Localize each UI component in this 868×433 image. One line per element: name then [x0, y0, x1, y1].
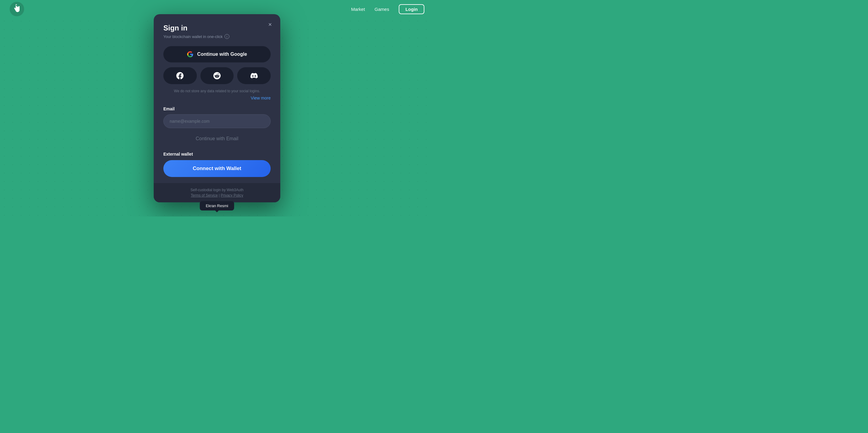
- connect-wallet-button[interactable]: Connect with Wallet: [163, 160, 271, 177]
- reddit-icon: [213, 72, 221, 79]
- email-section-label: Email: [163, 107, 271, 111]
- google-icon: [187, 51, 193, 58]
- facebook-icon: [176, 72, 184, 79]
- footer-links: Terms of Service | Privacy Policy: [163, 193, 271, 198]
- reddit-signin-button[interactable]: [200, 67, 234, 84]
- email-input[interactable]: [163, 114, 271, 128]
- close-button[interactable]: ×: [265, 20, 275, 29]
- privacy-note: We do not store any data related to your…: [163, 89, 271, 93]
- modal-footer: Self-custodial login by Web3Auth Terms o…: [154, 183, 280, 202]
- info-icon: i: [224, 34, 229, 39]
- discord-icon: [250, 72, 258, 79]
- discord-signin-button[interactable]: [237, 67, 271, 84]
- tooltip-bar: Ekran Resmi: [200, 201, 234, 210]
- facebook-signin-button[interactable]: [163, 67, 197, 84]
- view-more-link[interactable]: View more: [163, 95, 271, 100]
- modal-overlay: × Sign in Your blockchain wallet in one-…: [0, 0, 434, 216]
- modal-title: Sign in: [163, 24, 271, 32]
- privacy-policy-link[interactable]: Privacy Policy: [221, 193, 243, 198]
- footer-credit: Self-custodial login by Web3Auth: [163, 188, 271, 192]
- continue-email-button[interactable]: Continue with Email: [163, 132, 271, 146]
- google-signin-button[interactable]: Continue with Google: [163, 46, 271, 62]
- signin-modal: × Sign in Your blockchain wallet in one-…: [154, 14, 280, 202]
- modal-subtitle: Your blockchain wallet in one-click i: [163, 34, 271, 39]
- external-wallet-label: External wallet: [163, 152, 271, 156]
- social-buttons-row: [163, 67, 271, 84]
- terms-of-service-link[interactable]: Terms of Service: [191, 193, 218, 198]
